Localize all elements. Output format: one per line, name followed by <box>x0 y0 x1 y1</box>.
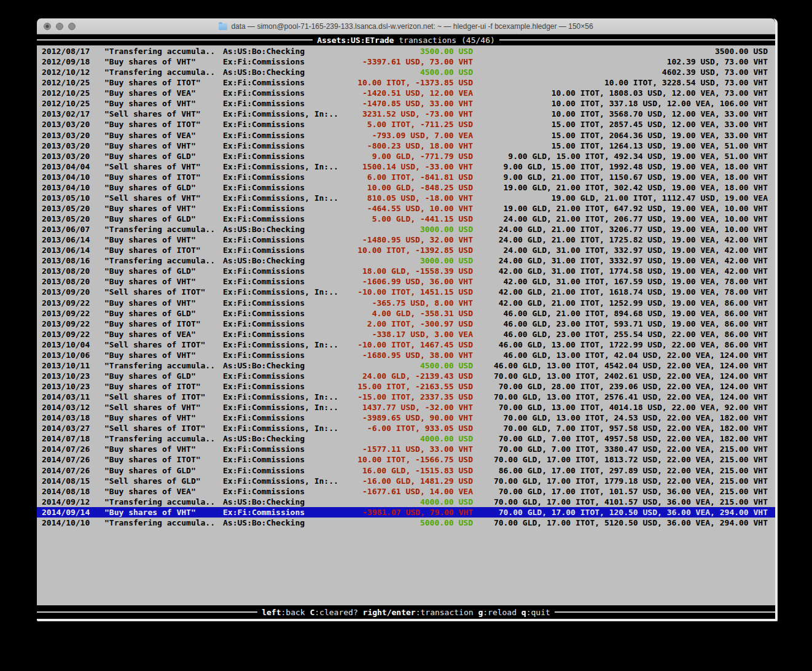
transaction-row[interactable]: 2014/08/18"Buy shares of VEA"Ex:Fi:Commi… <box>37 486 775 497</box>
transaction-row[interactable]: 2014/03/12"Sell shares of VHT"Ex:Fi:Comm… <box>37 402 775 413</box>
transaction-row[interactable]: 2013/06/14"Buy shares of ITOT"Ex:Fi:Comm… <box>37 245 775 255</box>
transaction-row[interactable]: 2014/07/26"Buy shares of VHT"Ex:Fi:Commi… <box>37 444 775 454</box>
transaction-date: 2014/03/12 <box>42 402 104 413</box>
transaction-other-accounts: Ex:Fi:Commissions <box>223 88 355 98</box>
transaction-row[interactable]: 2013/09/22"Buy shares of ITOT"Ex:Fi:Comm… <box>37 319 775 329</box>
transaction-row[interactable]: 2013/03/20"Buy shares of VHT"Ex:Fi:Commi… <box>37 141 775 151</box>
transaction-description: "Sell shares of ITOT" <box>104 423 223 433</box>
transaction-row[interactable]: 2013/09/22"Buy shares of VEA"Ex:Fi:Commi… <box>37 329 775 339</box>
transaction-row[interactable]: 2013/10/06"Buy shares of VHT"Ex:Fi:Commi… <box>37 350 775 360</box>
transaction-description: "Transfering accumula.. <box>104 518 223 528</box>
transaction-date: 2013/05/20 <box>42 203 104 214</box>
transaction-row-selected[interactable]: 2014/09/14"Buy shares of VHT"Ex:Fi:Commi… <box>37 507 775 518</box>
key-description: :quit <box>526 608 550 617</box>
transaction-date: 2013/09/20 <box>42 287 104 297</box>
transaction-row[interactable]: 2013/08/20"Buy shares of VHT"Ex:Fi:Commi… <box>37 276 775 287</box>
transaction-row[interactable]: 2013/09/22"Buy shares of VHT"Ex:Fi:Commi… <box>37 298 775 308</box>
transaction-row[interactable]: 2013/05/20"Buy shares of VHT"Ex:Fi:Commi… <box>37 203 775 214</box>
transaction-amount: 1500.14 USD, -33.00 VHT <box>355 161 473 172</box>
hledger-ui-terminal[interactable]: Assets:US:ETrade transactions (45/46) 20… <box>37 34 775 619</box>
key-description: :reload <box>483 608 521 617</box>
transaction-row[interactable]: 2013/05/10"Sell shares of VHT"Ex:Fi:Comm… <box>37 193 775 203</box>
transaction-row[interactable]: 2013/06/14"Buy shares of VHT"Ex:Fi:Commi… <box>37 235 775 245</box>
transaction-row[interactable]: 2014/10/10"Transfering accumula..As:US:B… <box>37 518 775 528</box>
transaction-row[interactable]: 2013/09/20"Sell shares of ITOT"Ex:Fi:Com… <box>37 287 775 297</box>
transaction-row[interactable]: 2013/03/20"Buy shares of GLD"Ex:Fi:Commi… <box>37 151 775 161</box>
transaction-running-balance: 15.00 ITOT, 2064.36 USD, 19.00 VEA, 33.0… <box>473 130 768 141</box>
transaction-row[interactable]: 2014/03/18"Buy shares of VHT"Ex:Fi:Commi… <box>37 413 775 423</box>
transaction-row[interactable]: 2013/04/10"Buy shares of ITOT"Ex:Fi:Comm… <box>37 172 775 182</box>
transaction-date: 2014/09/12 <box>42 497 104 507</box>
transaction-description: "Buy shares of GLD" <box>104 308 223 319</box>
transaction-row[interactable]: 2012/10/12"Transfering accumula..As:US:B… <box>37 67 775 77</box>
transaction-other-accounts: Ex:Fi:Commissions <box>223 214 355 224</box>
transaction-row[interactable]: 2014/07/26"Buy shares of GLD"Ex:Fi:Commi… <box>37 465 775 476</box>
transaction-amount: -15.00 ITOT, 2337.35 USD <box>355 392 473 402</box>
transaction-amount: -16.00 GLD, 1481.29 USD <box>355 476 473 486</box>
transaction-description: "Buy shares of VEA" <box>104 88 223 98</box>
transaction-row[interactable]: 2013/10/11"Transfering accumula..As:US:B… <box>37 360 775 371</box>
transaction-amount: -464.55 USD, 10.00 VHT <box>355 203 473 214</box>
window-titlebar[interactable]: data — simon@pool-71-165-239-133.lsanca.… <box>37 18 775 34</box>
transaction-row[interactable]: 2014/07/26"Buy shares of ITOT"Ex:Fi:Comm… <box>37 454 775 465</box>
transaction-running-balance: 70.00 GLD, 17.00 ITOT, 4101.57 USD, 36.0… <box>473 497 768 507</box>
transaction-row[interactable]: 2013/05/20"Buy shares of GLD"Ex:Fi:Commi… <box>37 214 775 224</box>
transaction-running-balance: 70.00 GLD, 17.00 ITOT, 1779.18 USD, 22.0… <box>473 476 768 486</box>
transaction-row[interactable]: 2013/10/23"Buy shares of ITOT"Ex:Fi:Comm… <box>37 381 775 392</box>
transaction-date: 2013/08/20 <box>42 276 104 287</box>
transaction-row[interactable]: 2013/02/17"Sell shares of VHT"Ex:Fi:Comm… <box>37 109 775 119</box>
register-header: Assets:US:ETrade transactions (45/46) <box>37 34 775 45</box>
window-title-area: data — simon@pool-71-165-239-133.lsanca.… <box>37 18 775 34</box>
key-label: right/enter <box>363 608 416 617</box>
transaction-description: "Buy shares of GLD" <box>104 266 223 276</box>
transaction-row[interactable]: 2013/08/20"Buy shares of GLD"Ex:Fi:Commi… <box>37 266 775 276</box>
transaction-row[interactable]: 2014/03/27"Sell shares of ITOT"Ex:Fi:Com… <box>37 423 775 433</box>
transaction-row[interactable]: 2014/08/15"Sell shares of GLD"Ex:Fi:Comm… <box>37 476 775 486</box>
transaction-row[interactable]: 2013/09/22"Buy shares of GLD"Ex:Fi:Commi… <box>37 308 775 319</box>
transaction-amount: 4.00 GLD, -358.31 USD <box>355 308 473 319</box>
transaction-other-accounts: Ex:Fi:Commissions <box>223 98 355 109</box>
transaction-row[interactable]: 2013/04/10"Buy shares of GLD"Ex:Fi:Commi… <box>37 182 775 193</box>
transaction-date: 2013/03/20 <box>42 119 104 130</box>
transaction-running-balance: 15.00 ITOT, 2857.45 USD, 12.00 VEA, 33.0… <box>473 119 768 130</box>
transaction-description: "Buy shares of ITOT" <box>104 77 223 88</box>
transaction-row[interactable]: 2013/06/07"Transfering accumula..As:US:B… <box>37 224 775 235</box>
transaction-other-accounts: Ex:Fi:Commissions, In:.. <box>223 287 355 297</box>
transaction-date: 2013/08/16 <box>42 255 104 266</box>
transaction-date: 2013/04/10 <box>42 172 104 182</box>
transaction-row[interactable]: 2012/10/25"Buy shares of ITOT"Ex:Fi:Comm… <box>37 77 775 88</box>
transaction-description: "Buy shares of GLD" <box>104 214 223 224</box>
transaction-running-balance: 19.00 GLD, 21.00 ITOT, 302.42 USD, 19.00… <box>473 182 768 193</box>
register-account-name: Assets:US:ETrade <box>317 36 394 45</box>
transaction-row[interactable]: 2013/04/04"Sell shares of VHT"Ex:Fi:Comm… <box>37 161 775 172</box>
transaction-row[interactable]: 2012/08/17"Transfering accumula..As:US:B… <box>37 46 775 56</box>
transaction-row[interactable]: 2014/03/11"Sell shares of ITOT"Ex:Fi:Com… <box>37 392 775 402</box>
transaction-row[interactable]: 2013/10/23"Buy shares of GLD"Ex:Fi:Commi… <box>37 371 775 381</box>
transaction-running-balance: 42.00 GLD, 31.00 ITOT, 1774.58 USD, 19.0… <box>473 266 768 276</box>
transaction-row[interactable]: 2012/09/18"Buy shares of VHT"Ex:Fi:Commi… <box>37 56 775 67</box>
transaction-other-accounts: As:US:Bo:Checking <box>223 497 355 507</box>
transaction-row[interactable]: 2014/09/12"Transfering accumula..As:US:B… <box>37 497 775 507</box>
transaction-date: 2013/10/11 <box>42 360 104 371</box>
transaction-row[interactable]: 2013/03/20"Buy shares of ITOT"Ex:Fi:Comm… <box>37 119 775 130</box>
transaction-row[interactable]: 2013/08/16"Transfering accumula..As:US:B… <box>37 255 775 266</box>
key-description: :cleared? <box>314 608 362 617</box>
transaction-other-accounts: Ex:Fi:Commissions <box>223 454 355 465</box>
transaction-row[interactable]: 2013/10/04"Sell shares of ITOT"Ex:Fi:Com… <box>37 339 775 350</box>
transaction-row[interactable]: 2012/10/25"Buy shares of VHT"Ex:Fi:Commi… <box>37 98 775 109</box>
transaction-date: 2012/09/18 <box>42 56 104 67</box>
transaction-amount: 9.00 GLD, -771.79 USD <box>355 151 473 161</box>
transaction-date: 2013/03/20 <box>42 151 104 161</box>
transaction-other-accounts: Ex:Fi:Commissions <box>223 319 355 329</box>
transaction-row[interactable]: 2014/07/18"Transfering accumula..As:US:B… <box>37 433 775 444</box>
transaction-description: "Buy shares of VHT" <box>104 203 223 214</box>
key-help-bar: left:back C:cleared? right/enter:transac… <box>37 605 775 619</box>
transaction-amount: 3231.52 USD, -73.00 VHT <box>355 109 473 119</box>
transaction-row[interactable]: 2012/10/25"Buy shares of VEA"Ex:Fi:Commi… <box>37 88 775 98</box>
transaction-description: "Transfering accumula.. <box>104 360 223 371</box>
transaction-amount: 10.00 ITOT, -1373.85 USD <box>355 77 473 88</box>
transaction-amount: 2.00 ITOT, -300.97 USD <box>355 319 473 329</box>
transaction-other-accounts: Ex:Fi:Commissions <box>223 276 355 287</box>
transaction-row[interactable]: 2013/03/20"Buy shares of VEA"Ex:Fi:Commi… <box>37 130 775 141</box>
window-title: data — simon@pool-71-165-239-133.lsanca.… <box>231 22 593 31</box>
